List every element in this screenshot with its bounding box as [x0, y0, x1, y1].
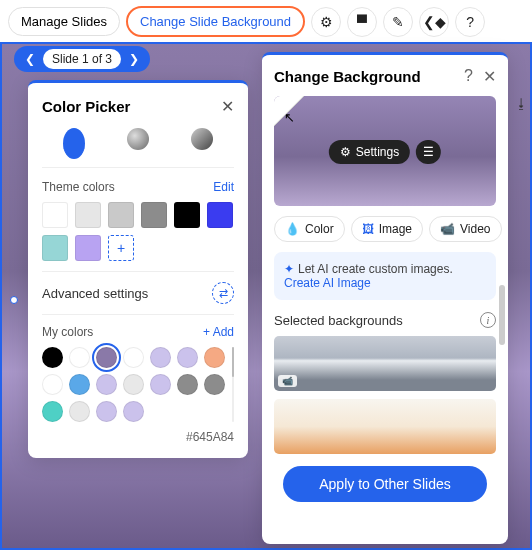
theme-swatch[interactable] — [75, 202, 101, 228]
panel-help-icon[interactable]: ? — [464, 67, 473, 86]
my-color-swatch[interactable] — [123, 401, 144, 422]
my-color-swatch[interactable] — [96, 374, 117, 395]
my-color-swatch[interactable] — [42, 401, 63, 422]
image-icon: 🖼 — [362, 222, 374, 236]
my-color-swatch[interactable] — [123, 347, 144, 368]
panel-scrollbar[interactable] — [499, 285, 505, 345]
close-icon[interactable]: ✕ — [221, 97, 234, 116]
my-colors-grid — [42, 347, 226, 422]
color-tab-button[interactable]: 💧Color — [274, 216, 345, 242]
video-icon: 📹 — [440, 222, 455, 236]
theme-swatch[interactable] — [207, 202, 233, 228]
color-picker-panel: Color Picker ✕ Theme colors Edit + Advan… — [28, 80, 248, 458]
background-preview[interactable]: ↖ ⚙ Settings ☰ — [274, 96, 496, 206]
add-color-link[interactable]: + Add — [203, 325, 234, 339]
hex-value: #645A84 — [42, 430, 234, 444]
animation-icon[interactable]: ❮◆ — [419, 7, 449, 37]
video-tab-button[interactable]: 📹Video — [429, 216, 501, 242]
my-color-swatch[interactable] — [96, 401, 117, 422]
my-color-swatch[interactable] — [177, 347, 198, 368]
my-colors-scrollbar[interactable] — [232, 347, 234, 422]
panel-close-icon[interactable]: ✕ — [483, 67, 496, 86]
theme-swatch[interactable] — [174, 202, 200, 228]
change-slide-background-button[interactable]: Change Slide Background — [126, 6, 305, 37]
preview-settings-button[interactable]: ⚙ Settings — [329, 140, 410, 164]
prev-slide-button[interactable]: ❮ — [20, 52, 40, 66]
theme-colors-label: Theme colors — [42, 180, 115, 194]
radial-gradient-tab[interactable] — [127, 128, 149, 150]
advanced-settings-label: Advanced settings — [42, 286, 148, 301]
apply-to-other-slides-button[interactable]: Apply to Other Slides — [283, 466, 487, 502]
change-background-panel: Change Background ? ✕ ↖ ⚙ Settings ☰ 💧Co… — [262, 52, 508, 544]
my-color-swatch[interactable] — [150, 374, 171, 395]
my-color-swatch[interactable] — [42, 374, 63, 395]
next-slide-button[interactable]: ❯ — [124, 52, 144, 66]
gear-icon: ⚙ — [340, 145, 351, 159]
top-toolbar: Manage Slides Change Slide Background ⚙ … — [0, 0, 532, 43]
ai-suggestion-box: ✦Let AI create custom images. Create AI … — [274, 252, 496, 300]
selected-backgrounds-label: Selected backgrounds — [274, 313, 403, 328]
theme-swatch[interactable] — [108, 202, 134, 228]
my-color-swatch[interactable] — [42, 347, 63, 368]
gear-icon[interactable]: ⚙ — [311, 7, 341, 37]
my-colors-label: My colors — [42, 325, 93, 339]
theme-swatch[interactable] — [42, 202, 68, 228]
slide-navigator: ❮ Slide 1 of 3 ❯ — [14, 46, 150, 72]
theme-swatch[interactable] — [141, 202, 167, 228]
slide-counter: Slide 1 of 3 — [43, 49, 121, 69]
sparkle-icon: ✦ — [284, 262, 294, 276]
solid-color-tab[interactable] — [63, 128, 85, 159]
my-color-swatch[interactable] — [69, 374, 90, 395]
my-color-swatch[interactable] — [177, 374, 198, 395]
image-tab-button[interactable]: 🖼Image — [351, 216, 423, 242]
add-theme-swatch[interactable]: + — [108, 235, 134, 261]
my-color-swatch[interactable] — [204, 374, 225, 395]
video-badge-icon: 📹 — [278, 375, 297, 387]
theme-swatch[interactable] — [42, 235, 68, 261]
info-icon[interactable]: i — [480, 312, 496, 328]
my-color-swatch[interactable] — [69, 347, 90, 368]
layout-icon[interactable]: ▀ — [347, 7, 377, 37]
edit-theme-link[interactable]: Edit — [213, 180, 234, 194]
my-color-swatch[interactable] — [69, 401, 90, 422]
my-color-swatch[interactable] — [96, 347, 117, 368]
preview-adjust-icon[interactable]: ☰ — [416, 140, 441, 164]
brush-icon[interactable]: ✎ — [383, 7, 413, 37]
my-color-swatch[interactable] — [123, 374, 144, 395]
background-thumbnail[interactable] — [274, 399, 496, 454]
my-color-swatch[interactable] — [150, 347, 171, 368]
change-background-title: Change Background — [274, 68, 421, 85]
resize-handle[interactable] — [10, 296, 18, 304]
linear-gradient-tab[interactable] — [191, 128, 213, 150]
manage-slides-button[interactable]: Manage Slides — [8, 7, 120, 36]
theme-swatch-grid: + — [42, 202, 234, 261]
color-picker-title: Color Picker — [42, 98, 130, 115]
download-icon[interactable]: ⭳ — [515, 96, 528, 111]
cursor-icon: ↖ — [284, 110, 295, 125]
droplet-icon: 💧 — [285, 222, 300, 236]
advanced-settings-icon[interactable]: ⇄ — [212, 282, 234, 304]
help-icon[interactable]: ? — [455, 7, 485, 37]
my-color-swatch[interactable] — [204, 347, 225, 368]
create-ai-image-link[interactable]: Create AI Image — [284, 276, 371, 290]
theme-swatch[interactable] — [75, 235, 101, 261]
background-thumbnail[interactable]: 📹 — [274, 336, 496, 391]
